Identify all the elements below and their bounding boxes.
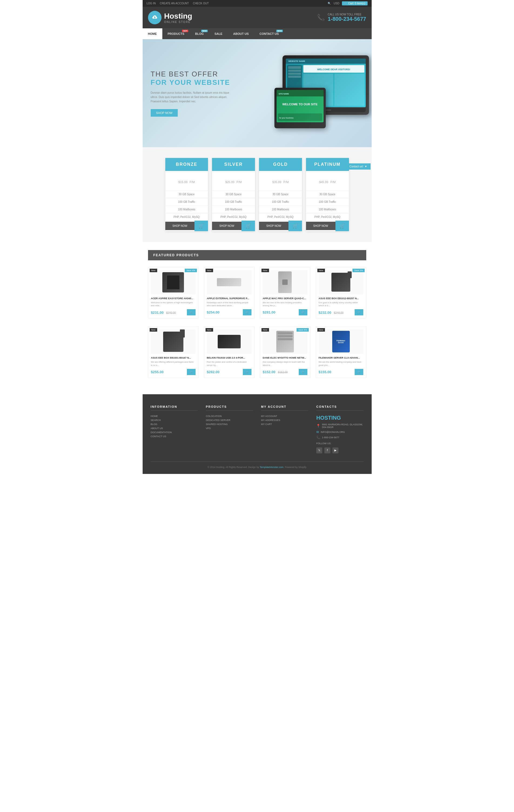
login-link[interactable]: LOG IN <box>147 2 156 5</box>
product-card-7: New Save 5% DANE-ELEC MYDITTO HOME NETW.… <box>260 326 310 378</box>
pricing-gold: GOLD $35.99 P/M 30 GB Space 100 GB Traff… <box>259 158 302 231</box>
hero-shop-button[interactable]: SHOP NOW <box>151 109 178 117</box>
checkout-link[interactable]: CHECK OUT <box>193 2 209 5</box>
footer-link-my-account[interactable]: MY ACCOUNT <box>261 415 309 417</box>
currency-select[interactable]: USD <box>334 2 339 5</box>
bronze-price: $15.99 P/M <box>165 171 208 191</box>
hero-section: THE BEST OFFER FOR YOUR WEBSITE Donean d… <box>143 39 372 147</box>
footer-link-my-addresses[interactable]: MY ADDRESSES <box>261 419 309 422</box>
platinum-f3: 100 Mailboxes <box>306 205 349 213</box>
create-account-link[interactable]: CREATE AN ACCOUNT <box>160 2 189 5</box>
top-bar-links: LOG IN CREATE AN ACCOUNT CHECK OUT <box>147 2 209 5</box>
contact-info: 📞 CALL US NOW TOLL FREE 1-800-234-5677 <box>317 13 366 22</box>
cart-button[interactable]: 🛒 Cart: 0 item(s) <box>342 1 367 5</box>
nav-sale[interactable]: SALE <box>209 28 228 39</box>
bronze-f3: 100 Mailboxes <box>165 205 208 213</box>
bronze-f4: PHP, Perl/CGI, MySQ <box>165 213 208 221</box>
product-desc-5: We are offering different packages and t… <box>151 360 196 367</box>
product-card-2: New APPLE EXTERNAL SUPERDRIVE P... Nowad… <box>204 267 254 318</box>
add-to-cart-1[interactable]: 🛒 <box>187 309 196 315</box>
footer-link-blog[interactable]: BLOG <box>151 423 198 426</box>
new-badge-6: New <box>205 328 213 331</box>
footer-link-my-cart[interactable]: MY CART <box>261 423 309 426</box>
product-name-6: BELKIN F5U034 USB 2.0 4-POR... <box>207 356 252 359</box>
product-img-4 <box>319 270 363 294</box>
footer-link-search[interactable]: SEARCH <box>151 419 198 422</box>
product-price-row-4: $232.00 $240.00 🛒 <box>319 309 363 315</box>
email-icon: ✉ <box>316 430 319 434</box>
platinum-header: PLATINUM <box>306 158 349 171</box>
add-to-cart-5[interactable]: 🛒 <box>187 369 196 375</box>
phone-number: 1-800-234-5677 <box>327 16 366 22</box>
toll-free-label: CALL US NOW TOLL FREE <box>327 13 366 16</box>
add-to-cart-3[interactable]: 🛒 <box>299 309 307 315</box>
footer-link-vps[interactable]: VPS <box>206 427 253 430</box>
template-link[interactable]: TemplateMonster.com <box>260 466 283 468</box>
search-icon[interactable]: 🔍 <box>327 2 331 5</box>
silver-f4: PHP, Perl/CGI, MySQ <box>212 213 255 221</box>
footer-contacts-title: CONTACTS <box>316 405 364 411</box>
gold-shop-btn[interactable]: SHOP NOW 🛒 <box>259 221 302 231</box>
twitter-icon[interactable]: 𝕏 <box>316 447 322 454</box>
footer: INFORMATION HOME SEARCH BLOG ABOUT US DO… <box>143 394 372 474</box>
bronze-shop-btn[interactable]: SHOP NOW 🛒 <box>165 221 208 231</box>
pricing-silver: SILVER $25.99 P/M 30 GB Space 100 GB Tra… <box>212 158 255 231</box>
footer-link-colocation[interactable]: COLOCATION <box>206 415 253 417</box>
nav-contact[interactable]: CONTACT US NEW <box>254 28 284 39</box>
platinum-f2: 100 GB Traffic <box>306 198 349 205</box>
nav-products[interactable]: PRODUCTS HOT <box>162 28 190 39</box>
product-desc-8: We are the world leading company and hav… <box>319 360 363 367</box>
product-name-2: APPLE EXTERNAL SUPERDRIVE P... <box>207 297 252 300</box>
contact-widget: Contact us! ▼ <box>346 163 371 170</box>
featured-section: FEATURED PRODUCTS New Save 4% ACER ASPIR… <box>143 242 372 394</box>
product-img-3 <box>263 270 307 294</box>
footer-brand: HOSTING <box>316 415 364 421</box>
silver-shop-btn[interactable]: SHOP NOW 🛒 <box>212 221 255 231</box>
platinum-shop-btn[interactable]: SHOP NOW 🛒 <box>306 221 349 231</box>
footer-information: INFORMATION HOME SEARCH BLOG ABOUT US DO… <box>151 405 198 454</box>
footer-link-about[interactable]: ABOUT US <box>151 427 198 430</box>
add-to-cart-6[interactable]: 🛒 <box>243 369 252 375</box>
hero-desc: Donean diam purus luctus facilisis. Null… <box>151 91 237 104</box>
new-badge-7: New <box>261 328 269 331</box>
product-img-6 <box>207 329 252 354</box>
add-to-cart-7[interactable]: 🛒 <box>299 369 307 375</box>
footer-link-home[interactable]: HOME <box>151 415 198 417</box>
product-card-4: New Save 3% ASUS EEE BOX EB1012-B0257 N.… <box>316 267 366 318</box>
new-badge-8: New <box>317 328 325 331</box>
footer-grid: INFORMATION HOME SEARCH BLOG ABOUT US DO… <box>151 405 364 454</box>
add-to-cart-2[interactable]: 🛒 <box>243 309 252 315</box>
footer-link-contact[interactable]: CONTACT US <box>151 435 198 438</box>
facebook-icon[interactable]: f <box>324 447 330 454</box>
add-to-cart-8[interactable]: 🛒 <box>355 369 363 375</box>
product-desc-7: Our company always steps in touch with t… <box>263 360 307 367</box>
youtube-icon[interactable]: ▶ <box>333 447 338 454</box>
nav-about[interactable]: ABOUT US <box>228 28 254 39</box>
product-price-row-7: $152.00 $162.00 🛒 <box>263 369 307 375</box>
product-img-1 <box>151 270 196 294</box>
top-bar-right: 🔍 USD 🛒 Cart: 0 item(s) <box>327 1 367 5</box>
product-card-3: New APPLE MAC PRO SERVER QUAD-C... We ar… <box>260 267 310 318</box>
contact-widget-button[interactable]: Contact us! ▼ <box>346 163 371 170</box>
product-img-5 <box>151 329 196 354</box>
nav-home[interactable]: HOME <box>143 28 162 39</box>
brand-sub: ONLINE STORE <box>164 21 192 24</box>
product-price-row-8: $155.00 🛒 <box>319 369 363 375</box>
product-price-4: $232.00 $240.00 <box>319 310 344 315</box>
product-desc-3: We are one of the best hosting providers… <box>263 301 307 307</box>
bronze-header: BRONZE <box>165 158 208 171</box>
product-name-8: FILEMAKER SERVER 11.0 ADVAN... <box>319 356 363 359</box>
footer-link-dedicated[interactable]: DEDICATED SERVER <box>206 419 253 422</box>
new-badge-2: New <box>205 269 213 272</box>
nav-blog[interactable]: BLOG NEW <box>190 28 209 39</box>
product-card-5: New ASUS EEE BOX EB1501-B0167 N... We ar… <box>148 326 199 378</box>
footer-link-docs[interactable]: DOCUMENTATION <box>151 431 198 434</box>
gold-price: $35.99 P/M <box>259 171 302 191</box>
social-icons: 𝕏 f ▶ <box>316 447 364 454</box>
main-nav: HOME PRODUCTS HOT BLOG NEW SALE ABOUT US… <box>143 28 372 39</box>
header: Hosting ONLINE STORE 📞 CALL US NOW TOLL … <box>143 7 372 28</box>
footer-link-shared[interactable]: SHARED HOSTING <box>206 423 253 426</box>
product-card-1: New Save 4% ACER ASPIRE EASYSTORE AH340.… <box>148 267 199 318</box>
silver-header: SILVER <box>212 158 255 171</box>
add-to-cart-4[interactable]: 🛒 <box>355 309 363 315</box>
